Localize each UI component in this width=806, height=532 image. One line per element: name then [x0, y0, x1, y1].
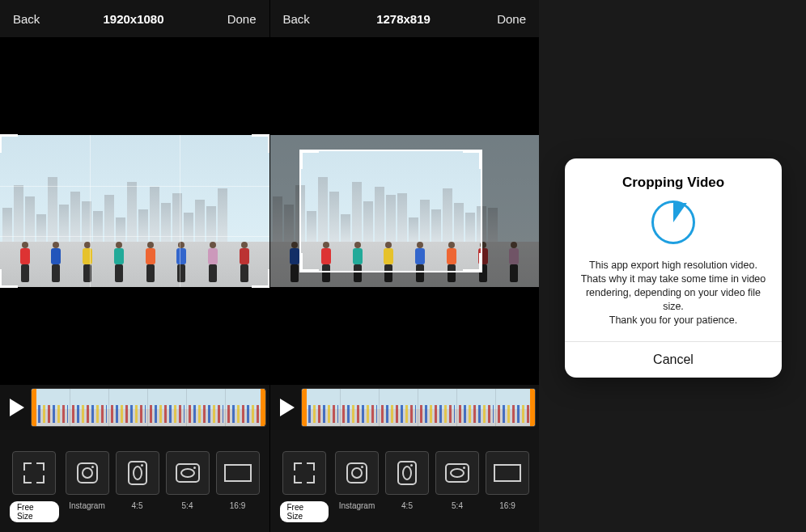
- aspect-preset-row: Free Size Instagram 4:5 5:4 16:9: [270, 451, 540, 532]
- preset-4-5[interactable]: 4:5: [116, 451, 159, 510]
- progress-spinner-icon: [651, 201, 695, 244]
- aspect-preset-row: Free Size Instagram 4:5 5:4 16:9: [0, 451, 269, 532]
- instagram-icon: [445, 463, 469, 483]
- preset-free-size[interactable]: Free Size: [280, 451, 329, 522]
- dimensions-label: 1920x1080: [103, 12, 163, 26]
- preset-label: 16:9: [230, 501, 245, 510]
- rectangle-icon: [494, 464, 521, 482]
- play-icon: [280, 399, 295, 416]
- top-bar: Back 1920x1080 Done: [0, 0, 269, 37]
- instagram-icon: [397, 461, 417, 485]
- rectangle-icon: [224, 464, 252, 482]
- play-icon: [10, 399, 24, 416]
- preset-instagram[interactable]: Instagram: [66, 451, 109, 510]
- preset-5-4[interactable]: 5:4: [435, 451, 479, 510]
- trim-handle-left[interactable]: [302, 389, 307, 426]
- free-size-icon: [23, 462, 45, 483]
- preset-label: Free Size: [10, 501, 59, 522]
- done-button[interactable]: Done: [227, 12, 257, 26]
- preset-label: 4:5: [401, 501, 413, 510]
- play-button[interactable]: [274, 394, 301, 421]
- preset-label: 16:9: [499, 501, 515, 510]
- timeline: [0, 385, 269, 430]
- dimensions-label: 1278x819: [376, 12, 431, 26]
- timeline-strip[interactable]: [31, 388, 266, 427]
- video-frame: [270, 135, 540, 287]
- preset-5-4[interactable]: 5:4: [166, 451, 210, 510]
- preset-label: Instagram: [69, 501, 104, 510]
- preset-label: 4:5: [132, 501, 143, 510]
- preset-16-9[interactable]: 16:9: [216, 451, 260, 510]
- editor-panel-left: Back 1920x1080 Done: [0, 0, 269, 532]
- dialog-message: This app export high resolution video. T…: [578, 259, 769, 327]
- cropping-progress-dialog: Cropping Video This app export high reso…: [565, 158, 782, 378]
- trim-handle-left[interactable]: [32, 389, 36, 426]
- video-preview[interactable]: [270, 37, 540, 385]
- preset-label: 5:4: [182, 501, 193, 510]
- preset-16-9[interactable]: 16:9: [486, 451, 529, 510]
- preset-label: Free Size: [280, 501, 329, 522]
- preset-label: Instagram: [339, 501, 375, 510]
- preset-instagram[interactable]: Instagram: [335, 451, 379, 510]
- dialog-title: Cropping Video: [622, 175, 724, 191]
- preset-free-size[interactable]: Free Size: [10, 451, 59, 522]
- crop-overlay[interactable]: [299, 150, 483, 272]
- crop-overlay[interactable]: [0, 135, 269, 287]
- back-button[interactable]: Back: [283, 12, 310, 26]
- instagram-icon: [77, 462, 98, 483]
- preset-label: 5:4: [452, 501, 463, 510]
- top-bar: Back 1278x819 Done: [270, 0, 540, 37]
- timeline-strip[interactable]: [301, 388, 537, 427]
- instagram-icon: [176, 463, 200, 483]
- video-frame: [0, 135, 269, 287]
- video-preview[interactable]: [0, 37, 269, 385]
- instagram-icon: [346, 462, 367, 483]
- preset-4-5[interactable]: 4:5: [385, 451, 429, 510]
- instagram-icon: [128, 461, 147, 485]
- free-size-icon: [294, 462, 315, 483]
- trim-handle-right[interactable]: [530, 389, 535, 426]
- cancel-button[interactable]: Cancel: [565, 341, 782, 378]
- timeline: [270, 385, 540, 430]
- back-button[interactable]: Back: [13, 12, 40, 26]
- trim-handle-right[interactable]: [261, 389, 265, 426]
- play-button[interactable]: [3, 394, 31, 421]
- done-button[interactable]: Done: [497, 12, 526, 26]
- editor-panel-right: Back 1278x819 Done: [269, 0, 540, 532]
